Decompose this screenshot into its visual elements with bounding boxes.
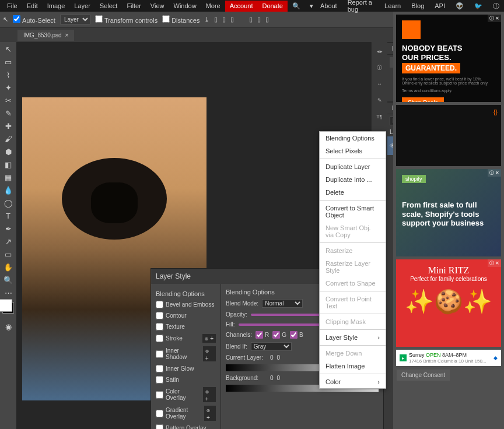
link-learn[interactable]: Learn bbox=[382, 1, 403, 11]
shape-tool[interactable]: ▭ bbox=[2, 248, 15, 260]
twitter-icon[interactable]: 🐦 bbox=[472, 1, 485, 12]
autoselect-target-select[interactable]: Layer bbox=[60, 15, 90, 24]
style-stroke[interactable]: Stroke๏ + bbox=[156, 332, 216, 344]
menu-file[interactable]: File bbox=[2, 1, 22, 12]
menu-more[interactable]: More bbox=[201, 1, 225, 12]
eraser-tool[interactable]: ◧ bbox=[2, 159, 15, 170]
ctx-layer-style[interactable]: Layer Style bbox=[320, 331, 386, 344]
link-report-bug[interactable]: Report a bug bbox=[345, 0, 376, 15]
move-tool[interactable]: ↖ bbox=[2, 43, 15, 55]
autoselect-checkbox[interactable]: Auto-Select bbox=[13, 15, 55, 24]
reddit-icon[interactable]: 👽 bbox=[453, 1, 466, 12]
add-effect-icon[interactable]: ๏ + bbox=[203, 387, 216, 402]
style-pattern-overlay[interactable]: Pattern Overlay bbox=[156, 423, 216, 429]
channel-b[interactable]: B bbox=[290, 331, 303, 339]
change-consent-button[interactable]: Change Consent bbox=[397, 370, 450, 381]
path-tool[interactable]: ↗ bbox=[2, 235, 15, 247]
align-right-icon[interactable]: ▯ bbox=[230, 16, 234, 23]
align-icon[interactable]: ⤓ bbox=[204, 16, 209, 23]
close-tab-icon[interactable]: × bbox=[65, 32, 69, 38]
ad-home-depot[interactable]: ⓘ ✕ NOBODY BEATS OUR PRICES. GUARANTEED.… bbox=[396, 15, 501, 102]
menu-edit[interactable]: Edit bbox=[22, 1, 43, 12]
link-about[interactable]: About bbox=[318, 1, 340, 11]
color-swatches[interactable] bbox=[2, 302, 14, 314]
document-tab[interactable]: IMG_8530.psd × bbox=[18, 30, 74, 41]
add-effect-icon[interactable]: ๏ + bbox=[203, 346, 216, 361]
link-api[interactable]: API bbox=[432, 1, 447, 11]
menu-dropdown-icon[interactable]: ▾ bbox=[305, 1, 318, 12]
ctx-duplicate-into-[interactable]: Duplicate Into ... bbox=[320, 173, 386, 186]
style-contour[interactable]: Contour bbox=[156, 310, 216, 321]
menu-select[interactable]: Select bbox=[95, 1, 123, 12]
style-satin[interactable]: Satin bbox=[156, 374, 216, 385]
menu-account[interactable]: Account bbox=[225, 1, 258, 12]
distribute-icon-3[interactable]: ▯ bbox=[265, 16, 269, 23]
directions-icon[interactable]: ◆ bbox=[494, 355, 498, 361]
menu-layer[interactable]: Layer bbox=[69, 1, 95, 12]
ctx-duplicate-layer[interactable]: Duplicate Layer bbox=[320, 160, 386, 173]
blendif-select[interactable]: Gray bbox=[251, 342, 292, 351]
crop-tool[interactable]: ✂ bbox=[2, 94, 15, 106]
dodge-tool[interactable]: ◯ bbox=[2, 197, 15, 209]
align-center-icon[interactable]: ▯ bbox=[222, 16, 226, 23]
stamp-tool[interactable]: ⬢ bbox=[2, 146, 15, 157]
menu-view[interactable]: View bbox=[146, 1, 169, 12]
ad-cta-button[interactable]: Shop Deals bbox=[402, 97, 444, 102]
type-tool[interactable]: T bbox=[2, 210, 15, 221]
gradient-tool[interactable]: ▦ bbox=[2, 171, 15, 183]
channel-g[interactable]: G bbox=[272, 331, 286, 339]
style-color-overlay[interactable]: Color Overlay๏ + bbox=[156, 385, 216, 404]
healing-tool[interactable]: ✚ bbox=[2, 120, 15, 132]
lasso-tool[interactable]: ⌇ bbox=[2, 69, 15, 80]
blendmode-select[interactable]: Normal bbox=[262, 299, 303, 308]
menu-donate[interactable]: Donate bbox=[257, 1, 287, 12]
ad-shopify[interactable]: ⓘ ✕ shopify From first sale to full scal… bbox=[396, 169, 501, 256]
blur-tool[interactable]: 💧 bbox=[2, 184, 15, 196]
menu-window[interactable]: Window bbox=[169, 1, 201, 12]
ctx-convert-to-smart-object[interactable]: Convert to Smart Object bbox=[320, 202, 386, 221]
blending-options-item[interactable]: Blending Options bbox=[156, 289, 216, 299]
style-gradient-overlay[interactable]: Gradient Overlay๏ + bbox=[156, 404, 216, 423]
info-panel-icon[interactable]: ⓘ bbox=[373, 61, 386, 74]
swatches-panel-icon[interactable]: ↔ bbox=[373, 78, 386, 90]
ctx-delete[interactable]: Delete bbox=[320, 186, 386, 199]
ad-close-icon[interactable]: ⓘ ✕ bbox=[488, 15, 501, 22]
menu-image[interactable]: Image bbox=[43, 1, 70, 12]
zoom-tool[interactable]: 🔍 bbox=[2, 274, 15, 286]
align-left-icon[interactable]: ▯ bbox=[214, 16, 218, 23]
distribute-icon-2[interactable]: ▯ bbox=[257, 16, 261, 23]
hand-tool[interactable]: ✋ bbox=[2, 261, 15, 273]
ad-ritz[interactable]: ⓘ ✕ Mini RITZ Perfect for family celebra… bbox=[396, 259, 501, 347]
brush-panel-icon[interactable]: ✎ bbox=[373, 94, 386, 107]
character-panel-icon[interactable]: T¶ bbox=[373, 110, 386, 123]
ad-close-icon[interactable]: ⓘ ✕ bbox=[488, 259, 501, 267]
distances-checkbox[interactable]: Distances bbox=[162, 15, 200, 24]
collapse-icon[interactable]: ◂▸ bbox=[373, 45, 386, 58]
more-tools[interactable]: ⋯ bbox=[2, 287, 15, 298]
add-effect-icon[interactable]: ๏ + bbox=[202, 334, 216, 343]
wand-tool[interactable]: ✦ bbox=[2, 82, 15, 93]
ad-location-info[interactable]: ▸ Surrey OPEN 8AM–8PM 17416 British Colu… bbox=[396, 350, 501, 366]
menu-filter[interactable]: Filter bbox=[122, 1, 145, 12]
style-inner-glow[interactable]: Inner Glow bbox=[156, 363, 216, 374]
marquee-tool[interactable]: ▭ bbox=[2, 56, 15, 68]
add-effect-icon[interactable]: ๏ + bbox=[204, 406, 216, 421]
transform-checkbox[interactable]: Transform controls bbox=[95, 15, 158, 24]
ctx-select-pixels[interactable]: Select Pixels bbox=[320, 145, 386, 157]
ad-blank[interactable]: {} bbox=[396, 105, 501, 166]
channel-r[interactable]: R bbox=[256, 331, 269, 339]
link-blog[interactable]: Blog bbox=[409, 1, 426, 11]
facebook-icon[interactable]: ⓕ bbox=[491, 0, 502, 12]
style-texture[interactable]: Texture bbox=[156, 321, 216, 332]
ctx-color[interactable]: Color bbox=[320, 375, 386, 388]
style-bevel-and-emboss[interactable]: Bevel and Emboss bbox=[156, 299, 216, 310]
ad-close-icon[interactable]: ⓘ ✕ bbox=[488, 169, 501, 177]
eyedropper-tool[interactable]: ✎ bbox=[2, 107, 15, 119]
ctx-blending-options[interactable]: Blending Options bbox=[320, 132, 386, 145]
search-icon[interactable]: 🔍 bbox=[288, 1, 305, 12]
ctx-flatten-image[interactable]: Flatten Image bbox=[320, 360, 386, 372]
distribute-icon[interactable]: ▯ bbox=[249, 16, 253, 23]
brush-tool[interactable]: 🖌 bbox=[2, 133, 15, 145]
quickmask-tool[interactable]: ◉ bbox=[2, 321, 15, 332]
pen-tool[interactable]: ✒ bbox=[2, 223, 15, 234]
